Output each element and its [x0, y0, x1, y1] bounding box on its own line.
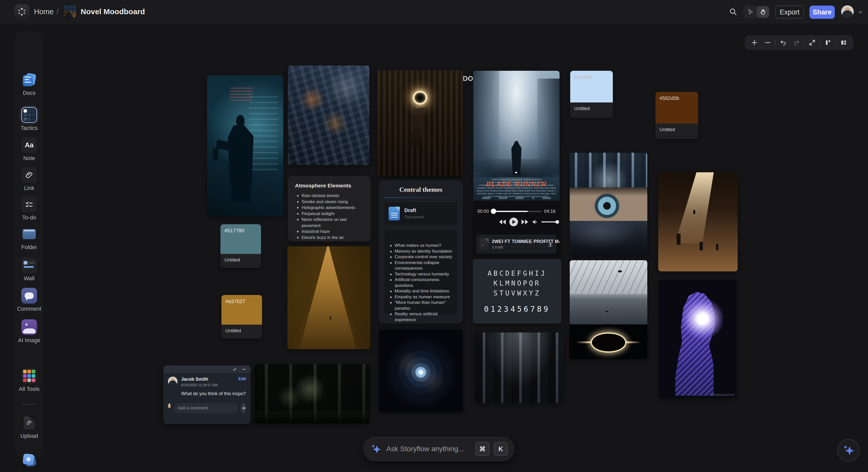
sidebar-label: Link	[24, 185, 34, 191]
top-bar: Home / Novel Moodboard Export Share	[0, 0, 868, 23]
comment-card[interactable]: Jacob Smith 6/25/2025 11:28:57 AM Edit W…	[163, 366, 251, 424]
image-card-golden-canyon[interactable]	[287, 246, 370, 349]
canvas-toolbar	[745, 35, 853, 50]
user-avatar[interactable]	[841, 5, 854, 18]
k-keycap: K	[494, 442, 507, 456]
note-bullet-item: Neon reflections on wet pavement	[295, 217, 364, 228]
sidebar-label: Tactics	[21, 125, 37, 131]
note-title: Central themes	[384, 186, 458, 193]
export-button[interactable]: Export	[775, 6, 804, 19]
paperclip-icon	[21, 167, 37, 183]
fit-view-button[interactable]	[806, 37, 819, 49]
seek-bar[interactable]	[491, 211, 541, 212]
image-card-nebula-eye[interactable]	[379, 329, 463, 412]
minimize-icon[interactable]	[242, 367, 247, 372]
toolbar-separator	[836, 39, 836, 46]
comment-edit-link[interactable]: Edit	[239, 377, 246, 381]
ask-ai-placeholder[interactable]: Ask Storyflow anything...	[386, 445, 471, 453]
breadcrumb-home[interactable]: Home	[34, 0, 54, 23]
figure-art	[677, 233, 681, 245]
undo-icon	[780, 39, 787, 46]
sidebar-item-wall[interactable]: Wall	[15, 257, 43, 282]
sidebar-item-all-tools[interactable]: All Tools	[15, 368, 43, 392]
board-thumbnail[interactable]	[63, 5, 76, 18]
color-swatch-gold[interactable]: #a37627 Untitled	[221, 295, 262, 339]
app-logo[interactable]	[14, 4, 29, 19]
sidebar-item-folder[interactable]: Folder	[15, 226, 43, 251]
image-card-desert-lightshaft[interactable]	[658, 172, 738, 272]
theme-bullet-item: Reality versus artificial experience	[388, 311, 454, 323]
board-title[interactable]: Novel Moodboard	[81, 0, 145, 23]
sidebar-item-images[interactable]: Images	[15, 452, 43, 472]
sidebar-item-docs[interactable]: Docs	[15, 72, 43, 96]
image-card-dark-city[interactable]	[475, 333, 564, 403]
light-burst-art	[682, 299, 723, 339]
sidebar-label: Wall	[24, 275, 34, 282]
pan-tool-button[interactable]	[757, 6, 769, 18]
undo-button[interactable]	[777, 37, 790, 49]
resolve-check-icon[interactable]	[232, 367, 237, 372]
redo-icon	[793, 39, 800, 46]
sidebar-label: Docs	[23, 90, 35, 96]
note-atmosphere-elements[interactable]: Atmosphere Elements Rain-slicked streets…	[288, 176, 371, 242]
select-tool-button[interactable]	[744, 6, 756, 18]
app-window: Home / Novel Moodboard Export Share Docs	[0, 0, 868, 472]
color-swatch-teal[interactable]: #517780 Untitled	[220, 224, 261, 268]
audio-file-name: 2WEI FT TOMMEE PROFITT MAD WO...	[492, 239, 544, 244]
image-card-industrial-panorama[interactable]	[255, 364, 370, 423]
color-swatch-brown[interactable]: #582d0b Untitled	[655, 92, 698, 139]
sidebar-item-todo[interactable]: To-do	[15, 196, 43, 221]
rewind-icon[interactable]	[499, 219, 506, 225]
redo-button[interactable]	[790, 37, 803, 49]
layout-columns-button[interactable]	[821, 37, 835, 49]
zoom-out-button[interactable]	[761, 37, 774, 49]
layout-grid-button[interactable]	[837, 37, 850, 49]
command-keycap: ⌘	[475, 442, 489, 456]
sidebar-item-link[interactable]: Link	[15, 167, 43, 191]
send-comment-button[interactable]	[241, 403, 246, 413]
font-specimen-card[interactable]: ABCDEFGHIJ KLMNOPQR STUVWXYZ 0123456789	[473, 259, 561, 324]
sidebar-item-upload[interactable]: Upload	[15, 415, 43, 439]
fast-forward-icon[interactable]	[521, 219, 529, 225]
search-button[interactable]	[727, 6, 739, 17]
account-menu-chevron[interactable]	[857, 9, 863, 15]
image-card-city-eye-montage[interactable]	[570, 153, 647, 255]
color-swatch-light-blue[interactable]: #c0dbf6 Untitled	[570, 71, 613, 118]
ask-ai-bar[interactable]: Ask Storyflow anything... ⌘ K	[363, 437, 515, 461]
sidebar-label: All Tools	[19, 386, 39, 392]
draft-document-chip[interactable]: Draft Document	[384, 202, 458, 225]
note-central-themes[interactable]: Central themes Draft Document What makes…	[379, 180, 463, 324]
red-glitch-art	[230, 87, 253, 101]
sidebar-item-note[interactable]: Aa Note	[15, 137, 43, 162]
light-shaft-art	[673, 172, 714, 244]
audio-file-chip[interactable]: ♪ 2WEI FT TOMMEE PROFITT MAD WO... 3.9 M…	[476, 234, 557, 254]
volume-thumb[interactable]	[556, 220, 559, 224]
volume-slider[interactable]	[541, 221, 558, 222]
poster-credit-line: JERRY PERENCHIO AND BUD YORKIN PRESENT	[477, 178, 556, 181]
download-icon[interactable]	[547, 241, 554, 247]
volume-icon[interactable]	[532, 219, 538, 225]
image-card-glitch-head[interactable]: KIDMOGRAPHY	[659, 280, 737, 398]
share-button[interactable]: Share	[809, 6, 835, 19]
sidebar-item-ai-image[interactable]: ✦ AI Image	[15, 319, 43, 344]
image-card-library-halo[interactable]	[377, 70, 463, 176]
sidebar-item-tactics[interactable]: Tactics	[15, 107, 43, 131]
play-button[interactable]	[509, 218, 518, 226]
moodboard-canvas[interactable]: NEON SHADOWS - Inspo Atmosphere Elements…	[0, 23, 868, 472]
plus-icon	[751, 39, 758, 46]
image-card-neon-silhouette[interactable]	[207, 75, 283, 216]
sidebar-label: To-do	[22, 214, 36, 221]
media-card-blade-runner[interactable]: BLADE RUNNER JERRY PERENCHIO AND BUD YOR…	[473, 71, 560, 256]
sidebar-item-comment[interactable]: Comment	[15, 288, 43, 312]
montage-eye-art	[570, 187, 647, 221]
add-comment-input[interactable]	[174, 403, 238, 413]
ice-clouds-art	[570, 260, 647, 294]
seek-thumb[interactable]	[491, 209, 496, 214]
ai-assistant-fab[interactable]	[837, 439, 860, 461]
zoom-in-button[interactable]	[748, 37, 761, 49]
swatch-color-block: #c0dbf6	[570, 71, 613, 102]
toolbar-separator	[804, 39, 805, 46]
image-card-aerial-city[interactable]	[288, 65, 369, 165]
theme-bullet-item: Memory as identity foundation	[388, 249, 454, 254]
image-card-interstellar-montage[interactable]	[570, 260, 647, 359]
